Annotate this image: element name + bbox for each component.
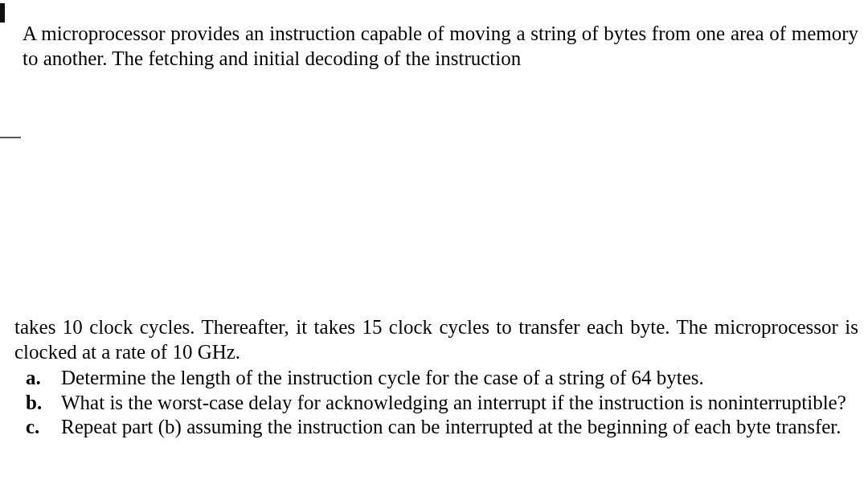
page: A microprocessor provides an instruction… xyxy=(0,0,868,501)
page-edge-tick xyxy=(0,137,21,138)
list-item: b. What is the worst-case delay for ackn… xyxy=(14,391,858,416)
page-edge-mark xyxy=(0,3,5,23)
problem-intro-part2: takes 10 clock cycles. Thereafter, it ta… xyxy=(14,315,858,364)
question-list: a. Determine the length of the instructi… xyxy=(14,366,858,440)
item-text: Repeat part (b) assuming the instruction… xyxy=(61,416,841,437)
item-marker-c: c. xyxy=(26,415,39,440)
item-marker-b: b. xyxy=(26,391,42,416)
list-item: c. Repeat part (b) assuming the instruct… xyxy=(14,415,858,440)
list-item: a. Determine the length of the instructi… xyxy=(14,366,858,391)
problem-body: takes 10 clock cycles. Thereafter, it ta… xyxy=(14,315,858,440)
item-marker-a: a. xyxy=(26,366,41,391)
problem-intro-part1: A microprocessor provides an instruction… xyxy=(23,22,858,71)
item-text: What is the worst-case delay for acknowl… xyxy=(61,392,846,413)
item-text: Determine the length of the instruction … xyxy=(61,367,704,388)
